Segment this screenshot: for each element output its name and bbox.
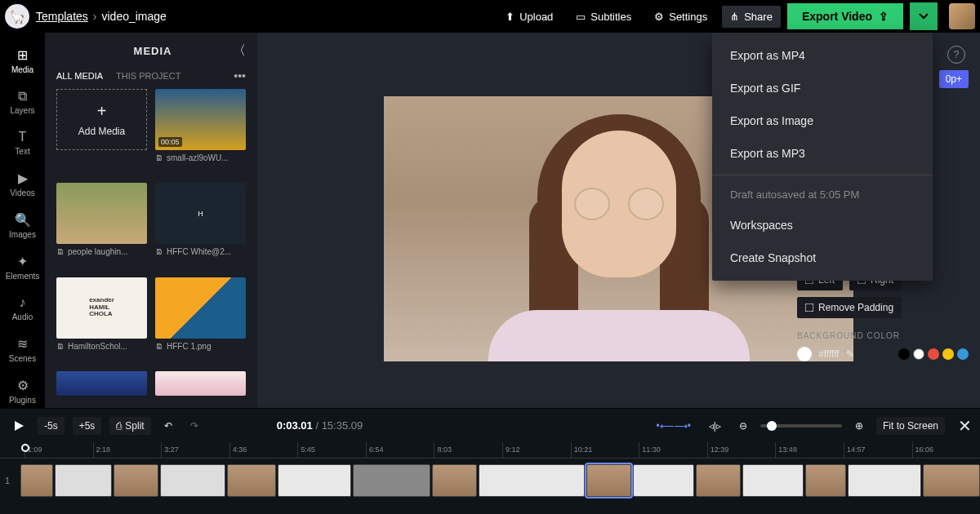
ruler-tick: 16:06 [912,442,980,458]
ribbon-audio[interactable]: ♪Audio [0,289,45,328]
timeline-clip[interactable] [696,464,741,497]
media-item[interactable] [155,371,246,408]
zoom-in-button[interactable]: ⊕ [850,417,868,435]
timeline-ruler[interactable]: 1:09 2:18 3:27 4:36 5:45 6:54 8:03 9:12 … [0,442,980,459]
subtitles-button[interactable]: ▭ Subtitles [568,6,639,28]
export-menu: Export as MP4 Export as GIF Export as Im… [712,33,933,281]
palette-color[interactable] [928,348,939,360]
play-button[interactable] [8,417,29,435]
timeline-clip[interactable] [20,464,53,497]
timeline-clip[interactable] [805,464,846,497]
timeline-clip[interactable] [278,464,351,497]
share-button[interactable]: ⋔ Share [722,6,781,28]
workspaces-menu[interactable]: Workspaces [712,209,933,241]
remove-padding-button[interactable]: Remove Padding [797,297,902,318]
redo-button[interactable]: ↷ [185,417,203,435]
export-gif[interactable]: Export as GIF [712,72,933,104]
palette-color[interactable] [913,348,924,360]
bg-color-swatch[interactable] [797,347,812,361]
ribbon-media[interactable]: ⊞Media [0,41,45,81]
zoom-knob[interactable] [767,421,777,431]
app-logo[interactable]: 🦙 [5,4,29,29]
breadcrumb-current[interactable]: video_image [101,10,166,23]
file-icon: 🗎 [155,247,163,256]
ribbon-scenes[interactable]: ≋Scenes [0,330,45,370]
add-media-button[interactable]: +Add Media [56,89,147,175]
snap-button[interactable]: •⟵⟶• [651,417,695,435]
breadcrumb-root[interactable]: Templates [36,10,88,23]
upload-button[interactable]: ⬆ Upload [497,6,561,28]
collapse-panel-icon[interactable]: 〈 [233,42,246,60]
media-tabs: ALL MEDIA THIS PROJECT ••• [45,69,257,89]
user-avatar[interactable] [949,3,975,29]
eyedropper-icon[interactable]: ✎ [846,348,854,360]
chevron-down-icon [919,13,929,20]
timeline-clip[interactable] [353,464,430,497]
media-item[interactable]: exanderHAMILCHOLA 🗎HamiltonSchol... [56,277,147,363]
ribbon-videos[interactable]: ▶Videos [0,164,45,204]
help-icon[interactable]: ? [947,46,965,64]
export-dropdown-caret[interactable] [910,2,938,30]
timeline-clip[interactable] [114,464,158,497]
trim-button[interactable]: ◃|▹ [704,417,726,435]
timeline-clip[interactable] [160,464,225,497]
create-snapshot[interactable]: Create Snapshot [712,241,933,274]
timeline-clip[interactable] [848,464,921,497]
palette-color[interactable] [957,348,969,360]
media-grid: +Add Media 00:05 🗎small-azl9oWU... 🗎peop… [45,89,257,408]
media-item[interactable]: 🗎people laughin... [56,183,147,268]
color-palette [898,348,969,360]
forward-5s-button[interactable]: +5s [73,417,102,435]
file-icon: 🗎 [56,342,65,351]
tab-this-project[interactable]: THIS PROJECT [116,71,180,81]
palette-color[interactable] [942,348,954,360]
timeline-clip[interactable] [479,464,585,497]
tab-all-media[interactable]: ALL MEDIA [56,71,103,81]
ribbon-images[interactable]: 🔍Images [0,206,45,246]
split-button[interactable]: ⎙Split [109,417,150,435]
ribbon-plugins[interactable]: ⚙Plugins [0,371,45,411]
ribbon-text[interactable]: TText [0,123,45,162]
ribbon-layers[interactable]: ⧉Layers [0,82,45,122]
bg-color-hex[interactable]: #ffffff [818,348,840,360]
timeline-clip[interactable] [923,464,980,497]
media-item[interactable]: 00:05 🗎small-azl9oWU... [155,89,246,175]
zoom-out-button[interactable]: ⊖ [734,417,752,435]
media-item[interactable]: H 🗎HFFC White@2... [155,183,246,268]
more-options-icon[interactable]: ••• [234,69,246,82]
undo-icon: ↶ [164,420,172,432]
undo-button[interactable]: ↶ [159,417,177,435]
images-icon: 🔍 [15,212,31,228]
timeline-clip[interactable] [633,464,694,497]
fit-to-screen-button[interactable]: Fit to Screen [876,417,945,435]
playhead[interactable] [21,444,29,452]
ribbon-elements[interactable]: ✦Elements [0,247,45,287]
timeline-clip[interactable] [227,464,276,497]
palette-color[interactable] [898,348,910,360]
timeline-clip[interactable] [55,464,112,497]
top-bar: 🦙 Templates › video_image ⬆ Upload ▭ Sub… [0,0,980,33]
file-icon: 🗎 [56,247,65,256]
export-mp3[interactable]: Export as MP3 [712,137,933,170]
zoom-slider[interactable] [760,424,842,428]
ruler-tick: 11:30 [639,442,707,458]
timeline-clip[interactable] [432,464,477,497]
plugins-icon: ⚙ [17,378,29,393]
play-icon [13,420,24,432]
close-timeline-icon[interactable]: ✕ [958,416,972,436]
ruler-tick: 6:54 [366,442,434,458]
export-video-button[interactable]: Export Video ⇪ [787,3,903,29]
timeline-clip[interactable] [742,464,804,497]
settings-button[interactable]: ⚙ Settings [646,6,715,28]
resolution-badge[interactable]: 0p+ [939,70,969,88]
timecode: 0:03.01 / 15:35.09 [277,419,363,432]
elements-icon: ✦ [17,254,28,269]
ruler-tick: 3:27 [161,442,229,458]
media-item[interactable] [56,371,147,408]
export-mp4[interactable]: Export as MP4 [712,39,933,72]
export-image[interactable]: Export as Image [712,104,933,137]
media-item[interactable]: 🗎HFFC 1.png [155,277,246,363]
back-5s-button[interactable]: -5s [38,417,65,435]
timeline-track[interactable]: 1 [0,459,980,503]
timeline-clip-selected[interactable] [586,464,631,497]
